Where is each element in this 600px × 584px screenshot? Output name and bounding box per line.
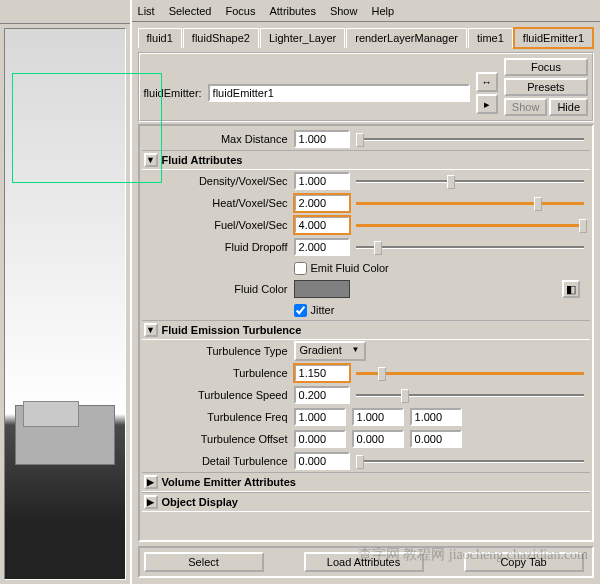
heat-input[interactable]: 2.000 xyxy=(294,194,350,212)
expand-icon[interactable]: ▶ xyxy=(144,475,158,489)
wireframe-box xyxy=(12,73,162,183)
dropoff-slider[interactable] xyxy=(356,240,584,254)
tab-renderlayermanager[interactable]: renderLayerManager xyxy=(346,28,467,48)
watermark: 查字网 教程网 jiaocheng.chazidian.com xyxy=(358,546,588,564)
fluid-color-label: Fluid Color xyxy=(142,283,294,295)
turbulence-speed-label: Turbulence Speed xyxy=(142,389,294,401)
detail-turbulence-label: Detail Turbulence xyxy=(142,455,294,467)
turbulence-label: Turbulence xyxy=(142,367,294,379)
render-viewport[interactable] xyxy=(4,28,126,580)
emission-turbulence-section[interactable]: ▼ Fluid Emission Turbulence xyxy=(142,320,590,340)
turbulence-speed-slider[interactable] xyxy=(356,388,584,402)
attribute-editor-menubar: List Selected Focus Attributes Show Help xyxy=(132,0,600,22)
focus-button[interactable]: Focus xyxy=(504,58,588,76)
volume-emitter-section[interactable]: ▶ Volume Emitter Attributes xyxy=(142,472,590,492)
tab-fluidemitter1[interactable]: fluidEmitter1 xyxy=(514,28,593,48)
turbulence-offset-label: Turbulence Offset xyxy=(142,433,294,445)
tab-time1[interactable]: time1 xyxy=(468,28,513,48)
tab-fluidshape2[interactable]: fluidShape2 xyxy=(183,28,259,48)
color-picker-icon[interactable]: ◧ xyxy=(562,280,580,298)
turbulence-offset-y[interactable]: 0.000 xyxy=(352,430,404,448)
max-distance-label: Max Distance xyxy=(142,133,294,145)
collapse-icon[interactable]: ▼ xyxy=(144,323,158,337)
turbulence-slider[interactable] xyxy=(356,366,584,380)
mesh-object xyxy=(23,401,79,427)
density-input[interactable]: 1.000 xyxy=(294,172,350,190)
menu-focus[interactable]: Focus xyxy=(225,5,255,17)
heat-label: Heat/Voxel/Sec xyxy=(142,197,294,209)
detail-turbulence-slider[interactable] xyxy=(356,454,584,468)
fuel-slider[interactable] xyxy=(356,218,584,232)
dropoff-input[interactable]: 2.000 xyxy=(294,238,350,256)
tab-lighter-layer[interactable]: Lighter_Layer xyxy=(260,28,345,48)
heat-slider[interactable] xyxy=(356,196,584,210)
attribute-scroll[interactable]: Max Distance 1.000 ▼ Fluid Attributes De… xyxy=(138,124,594,542)
select-button[interactable]: Select xyxy=(144,552,264,572)
density-label: Density/Voxel/Sec xyxy=(142,175,294,187)
out-connection-icon[interactable]: ▸ xyxy=(476,94,498,114)
density-slider[interactable] xyxy=(356,174,584,188)
turbulence-input[interactable]: 1.150 xyxy=(294,364,350,382)
turbulence-speed-input[interactable]: 0.200 xyxy=(294,386,350,404)
tab-fluid1[interactable]: fluid1 xyxy=(138,28,182,48)
menu-list[interactable]: List xyxy=(138,5,155,17)
fluid-attributes-section[interactable]: ▼ Fluid Attributes xyxy=(142,150,590,170)
jitter-checkbox[interactable] xyxy=(294,304,307,317)
fluid-color-swatch[interactable] xyxy=(294,280,350,298)
detail-turbulence-input[interactable]: 0.000 xyxy=(294,452,350,470)
max-distance-slider[interactable] xyxy=(356,132,584,146)
pin-icon[interactable]: ↔ xyxy=(476,72,498,92)
menu-show[interactable]: Show xyxy=(330,5,358,17)
hide-button[interactable]: Hide xyxy=(549,98,588,116)
menu-attributes[interactable]: Attributes xyxy=(269,5,315,17)
expand-icon[interactable]: ▶ xyxy=(144,495,158,509)
object-display-section[interactable]: ▶ Object Display xyxy=(142,492,590,512)
emit-fluid-color-label: Emit Fluid Color xyxy=(311,262,389,274)
turbulence-offset-x[interactable]: 0.000 xyxy=(294,430,346,448)
turbulence-type-label: Turbulence Type xyxy=(142,345,294,357)
fuel-input[interactable]: 4.000 xyxy=(294,216,350,234)
presets-button[interactable]: Presets xyxy=(504,78,588,96)
turbulence-freq-y[interactable]: 1.000 xyxy=(352,408,404,426)
turbulence-type-select[interactable]: Gradient xyxy=(294,341,366,361)
viewport-panel xyxy=(0,0,132,584)
dropoff-label: Fluid Dropoff xyxy=(142,241,294,253)
node-tabs: fluid1 fluidShape2 Lighter_Layer renderL… xyxy=(138,28,594,48)
turbulence-freq-x[interactable]: 1.000 xyxy=(294,408,346,426)
show-button[interactable]: Show xyxy=(504,98,548,116)
menu-selected[interactable]: Selected xyxy=(169,5,212,17)
fuel-label: Fuel/Voxel/Sec xyxy=(142,219,294,231)
turbulence-freq-label: Turbulence Freq xyxy=(142,411,294,423)
menu-help[interactable]: Help xyxy=(371,5,394,17)
max-distance-input[interactable]: 1.000 xyxy=(294,130,350,148)
turbulence-freq-z[interactable]: 1.000 xyxy=(410,408,462,426)
node-name-input[interactable] xyxy=(208,84,470,102)
turbulence-offset-z[interactable]: 0.000 xyxy=(410,430,462,448)
jitter-label: Jitter xyxy=(311,304,335,316)
emit-fluid-color-checkbox[interactable] xyxy=(294,262,307,275)
